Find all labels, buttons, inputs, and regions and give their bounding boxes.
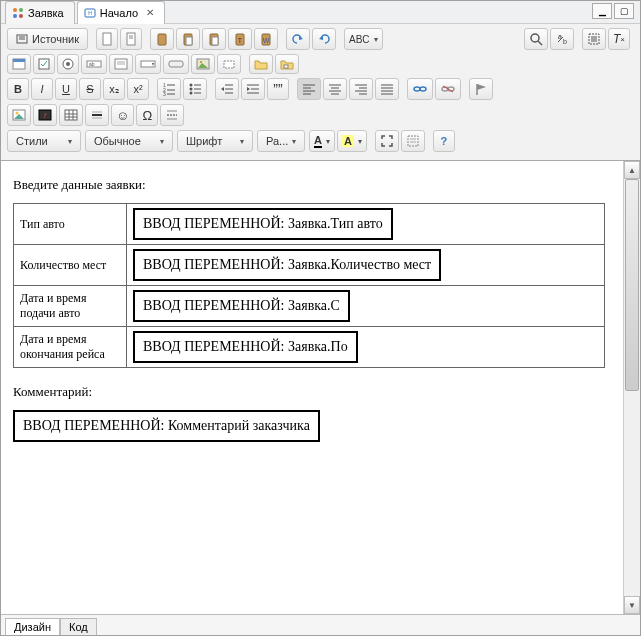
table-row: Дата и время окончания рейса ВВОД ПЕРЕМЕ…	[14, 327, 605, 368]
smiley-button[interactable]: ☺	[111, 104, 134, 126]
folder-icon	[254, 58, 268, 70]
table-row: Дата и время подачи авто ВВОД ПЕРЕМЕННОЙ…	[14, 286, 605, 327]
scroll-thumb[interactable]	[625, 179, 639, 391]
folder2-button[interactable]	[275, 54, 299, 74]
pagebreak-button[interactable]	[160, 104, 184, 126]
folder-icon	[280, 58, 294, 70]
indent-button[interactable]	[241, 78, 265, 100]
scroll-down-button[interactable]: ▼	[624, 596, 640, 614]
chevron-down-icon: ▾	[292, 137, 296, 146]
size-combo[interactable]: Ра...▾	[257, 130, 305, 152]
variable-input[interactable]: ВВОД ПЕРЕМЕННОЙ: Заявка.Количество мест	[133, 249, 441, 281]
flash-icon: f	[38, 109, 52, 121]
undo-icon	[291, 33, 305, 45]
font-combo[interactable]: Шрифт▾	[177, 130, 253, 152]
link-button[interactable]	[407, 78, 433, 100]
cut-button[interactable]	[150, 28, 174, 50]
variable-input-comment[interactable]: ВВОД ПЕРЕМЕННОЙ: Комментарий заказчика	[13, 410, 320, 442]
align-justify-button[interactable]	[375, 78, 399, 100]
table-button[interactable]	[59, 104, 83, 126]
paste-word-button[interactable]: W	[254, 28, 278, 50]
about-button[interactable]: ?	[433, 130, 455, 152]
copy-button[interactable]	[176, 28, 200, 50]
form-button[interactable]	[7, 54, 31, 74]
showblocks-button[interactable]	[401, 130, 425, 152]
clipboard-icon	[181, 32, 195, 46]
remove-format-button[interactable]: T×	[608, 28, 630, 50]
html-icon: H	[84, 7, 96, 19]
variable-input[interactable]: ВВОД ПЕРЕМЕННОЙ: Заявка.По	[133, 331, 358, 363]
underline-button[interactable]: U	[55, 78, 77, 100]
italic-button[interactable]: I	[31, 78, 53, 100]
numbered-list-button[interactable]: 123	[157, 78, 181, 100]
select-button[interactable]	[135, 54, 161, 74]
hr-button[interactable]	[85, 104, 109, 126]
format-combo[interactable]: Обычное▾	[85, 130, 173, 152]
textcolor-button[interactable]: A▾	[309, 130, 335, 152]
redo-button[interactable]	[312, 28, 336, 50]
editor-content[interactable]: Введите данные заявки: Тип авто ВВОД ПЕР…	[1, 161, 623, 614]
radio-button[interactable]	[57, 54, 79, 74]
svg-marker-92	[477, 84, 486, 90]
tab-label: Заявка	[28, 7, 64, 19]
find-button[interactable]	[524, 28, 548, 50]
tab-start[interactable]: H Начало ✕	[77, 1, 165, 24]
minimize-button[interactable]: ▁	[592, 3, 612, 19]
select-all-button[interactable]	[582, 28, 606, 50]
superscript-button[interactable]: x²	[127, 78, 149, 100]
specialchar-button[interactable]: Ω	[136, 104, 158, 126]
outdent-button[interactable]	[215, 78, 239, 100]
textarea-button[interactable]	[109, 54, 133, 74]
unlink-button[interactable]	[435, 78, 461, 100]
tab-request[interactable]: Заявка	[5, 1, 75, 24]
svg-rect-10	[127, 33, 135, 45]
tab-design[interactable]: Дизайн	[5, 618, 60, 635]
comment-label: Комментарий:	[13, 384, 611, 400]
align-center-button[interactable]	[323, 78, 347, 100]
link-icon	[412, 83, 428, 95]
close-icon[interactable]: ✕	[146, 7, 154, 18]
imagebutton-button[interactable]	[191, 54, 215, 74]
vertical-scrollbar[interactable]: ▲ ▼	[623, 161, 640, 614]
bullet-list-button[interactable]	[183, 78, 207, 100]
replace-button[interactable]: ab	[550, 28, 574, 50]
tab-code[interactable]: Код	[60, 618, 97, 635]
ol-icon: 123	[162, 82, 176, 96]
undo-button[interactable]	[286, 28, 310, 50]
clipboard-word-icon: W	[259, 32, 273, 46]
svg-point-46	[200, 61, 202, 63]
strike-button[interactable]: S	[79, 78, 101, 100]
preview-button[interactable]	[120, 28, 142, 50]
image-button[interactable]	[7, 104, 31, 126]
new-page-button[interactable]	[96, 28, 118, 50]
variable-input[interactable]: ВВОД ПЕРЕМЕННОЙ: Заявка.Тип авто	[133, 208, 393, 240]
table-row: Тип авто ВВОД ПЕРЕМЕННОЙ: Заявка.Тип авт…	[14, 204, 605, 245]
subscript-button[interactable]: x₂	[103, 78, 125, 100]
paste-text-button[interactable]: T	[228, 28, 252, 50]
svg-text:b: b	[563, 38, 567, 45]
anchor-button[interactable]	[469, 78, 493, 100]
blockquote-button[interactable]: ””	[267, 78, 289, 100]
svg-rect-48	[224, 61, 234, 68]
textfield-button[interactable]: ab	[81, 54, 107, 74]
svg-text:ab: ab	[89, 61, 95, 67]
paste-button[interactable]	[202, 28, 226, 50]
spellcheck-button[interactable]: ABC▾	[344, 28, 383, 50]
button-button[interactable]	[163, 54, 189, 74]
align-right-button[interactable]	[349, 78, 373, 100]
source-button[interactable]: Источник	[7, 28, 88, 50]
variable-input[interactable]: ВВОД ПЕРЕМЕННОЙ: Заявка.С	[133, 290, 350, 322]
maximize-button[interactable]: ▢	[614, 3, 634, 19]
scroll-up-button[interactable]: ▲	[624, 161, 640, 179]
align-left-button[interactable]	[297, 78, 321, 100]
folder-button[interactable]	[249, 54, 273, 74]
bgcolor-button[interactable]: A▾	[337, 130, 367, 152]
row-label: Количество мест	[14, 245, 127, 286]
bold-button[interactable]: B	[7, 78, 29, 100]
hiddenfield-button[interactable]	[217, 54, 241, 74]
flash-button[interactable]: f	[33, 104, 57, 126]
checkbox-button[interactable]	[33, 54, 55, 74]
maximize-button[interactable]	[375, 130, 399, 152]
styles-combo[interactable]: Стили▾	[7, 130, 81, 152]
table-row: Количество мест ВВОД ПЕРЕМЕННОЙ: Заявка.…	[14, 245, 605, 286]
